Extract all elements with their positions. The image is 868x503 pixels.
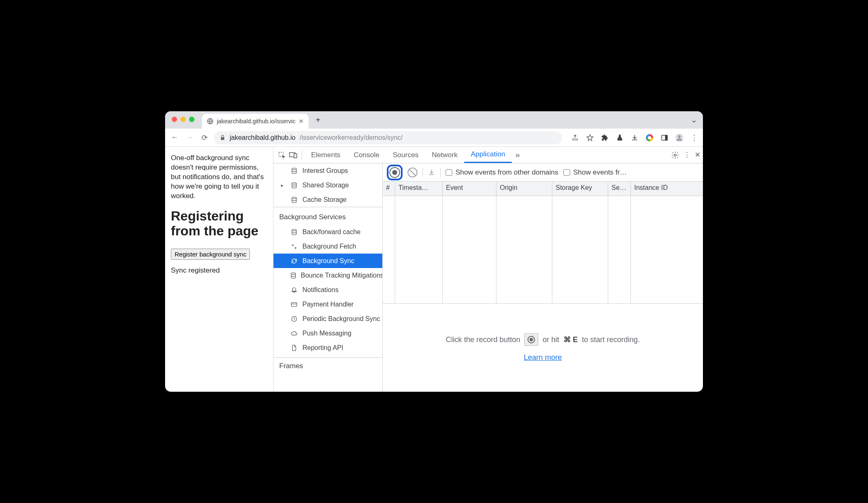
devtools-main: Show events from other domains Show even… bbox=[383, 163, 703, 392]
close-devtools-icon[interactable]: ✕ bbox=[695, 151, 700, 159]
bell-icon bbox=[290, 287, 298, 293]
sidebar-item-periodic-sync[interactable]: Periodic Background Sync bbox=[273, 311, 382, 326]
content-row: One-off background sync doesn't require … bbox=[165, 147, 703, 392]
register-sync-button[interactable]: Register background sync bbox=[171, 249, 250, 260]
record-button-hint-icon bbox=[524, 333, 538, 346]
tab-elements[interactable]: Elements bbox=[305, 147, 347, 163]
url-host: jakearchibald.github.io bbox=[230, 134, 295, 141]
sidebar-item-label: Interest Groups bbox=[302, 167, 348, 175]
intro-paragraph: One-off background sync doesn't require … bbox=[171, 153, 267, 201]
tab-console[interactable]: Console bbox=[347, 147, 386, 163]
checkbox-show-events-truncated[interactable]: Show events fr… bbox=[563, 168, 627, 177]
application-sidebar: Interest Groups Shared Storage Cache Sto… bbox=[273, 163, 383, 392]
sidebar-item-label: Notifications bbox=[302, 286, 338, 294]
window-controls bbox=[172, 117, 194, 122]
profile-avatar-icon[interactable] bbox=[675, 133, 684, 142]
sidebar-item-push-messaging[interactable]: Push Messaging bbox=[273, 326, 382, 340]
download-icon[interactable] bbox=[428, 169, 435, 176]
svg-rect-14 bbox=[291, 302, 297, 306]
side-panel-icon[interactable] bbox=[660, 134, 669, 141]
sync-status: Sync registered bbox=[171, 266, 267, 275]
sidebar-item-bounce-tracking[interactable]: Bounce Tracking Mitigations bbox=[273, 268, 382, 283]
devtools-panel: Elements Console Sources Network Applica… bbox=[273, 147, 703, 392]
sidebar-item-label: Cache Storage bbox=[302, 196, 347, 204]
sidebar-item-interest-groups[interactable]: Interest Groups bbox=[273, 163, 382, 178]
sidebar-item-bg-sync[interactable]: Background Sync bbox=[273, 254, 382, 268]
inspect-element-icon[interactable] bbox=[276, 151, 288, 159]
events-table-body bbox=[383, 196, 703, 304]
reload-button[interactable]: ⟳ bbox=[199, 132, 210, 143]
sidebar-item-cache-storage[interactable]: Cache Storage bbox=[273, 192, 382, 207]
col-origin[interactable]: Origin bbox=[496, 182, 552, 196]
share-icon[interactable] bbox=[571, 134, 580, 141]
checkbox-label: Show events from other domains bbox=[456, 168, 559, 177]
browser-tab[interactable]: jakearchibald.github.io/isservic ✕ bbox=[202, 114, 309, 129]
cloud-icon bbox=[290, 330, 298, 337]
col-instance-id[interactable]: Instance ID bbox=[631, 182, 703, 196]
col-event[interactable]: Event bbox=[443, 182, 496, 196]
downloads-icon[interactable] bbox=[630, 134, 639, 141]
clear-button[interactable] bbox=[408, 168, 417, 177]
device-toolbar-icon[interactable] bbox=[288, 152, 299, 158]
col-storage-key[interactable]: Storage Key bbox=[552, 182, 608, 196]
sync-icon bbox=[290, 258, 298, 264]
checkbox-input[interactable] bbox=[563, 169, 570, 176]
browser-window: jakearchibald.github.io/isservic ✕ + ⌄ ←… bbox=[165, 111, 703, 392]
empty-text-tail: to start recording. bbox=[582, 335, 640, 344]
globe-icon bbox=[207, 118, 213, 125]
sidebar-item-shared-storage[interactable]: Shared Storage bbox=[273, 178, 382, 192]
svg-rect-2 bbox=[665, 135, 667, 140]
settings-gear-icon[interactable] bbox=[671, 151, 679, 159]
toolbar-icons: ⋮ bbox=[571, 133, 699, 142]
close-window[interactable] bbox=[172, 117, 177, 122]
checkbox-input[interactable] bbox=[446, 169, 452, 176]
svg-point-9 bbox=[292, 168, 297, 170]
col-number[interactable]: # bbox=[383, 182, 395, 196]
clock-icon bbox=[290, 316, 298, 322]
nav-toolbar: ← → ⟳ jakearchibald.github.io/isservicew… bbox=[165, 129, 703, 147]
sidebar-item-bg-fetch[interactable]: Background Fetch bbox=[273, 239, 382, 254]
svg-point-4 bbox=[678, 135, 681, 138]
address-bar[interactable]: jakearchibald.github.io/isserviceworkerr… bbox=[214, 131, 562, 144]
extensions-icon[interactable] bbox=[600, 134, 609, 141]
sidebar-item-label: Push Messaging bbox=[302, 330, 351, 337]
checkbox-show-other-domains[interactable]: Show events from other domains bbox=[446, 168, 559, 177]
more-tabs-icon[interactable]: » bbox=[512, 150, 523, 160]
sidebar-item-label: Payment Handler bbox=[302, 301, 354, 308]
record-button-highlight bbox=[387, 165, 403, 180]
svg-rect-7 bbox=[294, 153, 297, 158]
col-timestamp[interactable]: Timesta… bbox=[395, 182, 443, 196]
bookmark-star-icon[interactable] bbox=[585, 134, 595, 141]
sidebar-item-bf-cache[interactable]: Back/forward cache bbox=[273, 225, 382, 239]
empty-text-pre: Click the record button bbox=[446, 335, 520, 344]
sidebar-section-frames: Frames bbox=[273, 357, 382, 374]
events-table-header: # Timesta… Event Origin Storage Key Se… … bbox=[383, 182, 703, 196]
bgsync-toolbar: Show events from other domains Show even… bbox=[383, 163, 703, 182]
sidebar-item-label: Bounce Tracking Mitigations bbox=[301, 272, 383, 279]
sidebar-item-label: Periodic Background Sync bbox=[302, 315, 380, 323]
google-icon[interactable] bbox=[645, 134, 654, 141]
labs-icon[interactable] bbox=[615, 134, 624, 141]
kebab-menu-icon[interactable]: ⋮ bbox=[690, 133, 699, 142]
svg-point-13 bbox=[291, 273, 296, 274]
sidebar-item-notifications[interactable]: Notifications bbox=[273, 283, 382, 297]
tab-application[interactable]: Application bbox=[464, 147, 512, 163]
tab-sources[interactable]: Sources bbox=[386, 147, 425, 163]
new-tab-button[interactable]: + bbox=[312, 114, 324, 126]
learn-more-link[interactable]: Learn more bbox=[524, 353, 562, 362]
record-button[interactable] bbox=[389, 167, 400, 178]
sidebar-item-payment-handler[interactable]: Payment Handler bbox=[273, 297, 382, 311]
sidebar-item-label: Background Sync bbox=[302, 257, 354, 265]
forward-button[interactable]: → bbox=[184, 132, 195, 143]
devtools-menu-icon[interactable]: ⋮ bbox=[683, 151, 691, 159]
col-se[interactable]: Se… bbox=[608, 182, 631, 196]
minimize-window[interactable] bbox=[180, 117, 186, 122]
back-button[interactable]: ← bbox=[169, 132, 180, 143]
maximize-window[interactable] bbox=[189, 117, 194, 122]
tab-list-chevron-icon[interactable]: ⌄ bbox=[691, 115, 697, 125]
close-tab-icon[interactable]: ✕ bbox=[299, 118, 304, 125]
tab-network[interactable]: Network bbox=[425, 147, 464, 163]
url-path: /isserviceworkerready/demos/sync/ bbox=[300, 134, 403, 141]
sidebar-item-reporting-api[interactable]: Reporting API bbox=[273, 340, 382, 355]
page-content: One-off background sync doesn't require … bbox=[165, 147, 273, 392]
